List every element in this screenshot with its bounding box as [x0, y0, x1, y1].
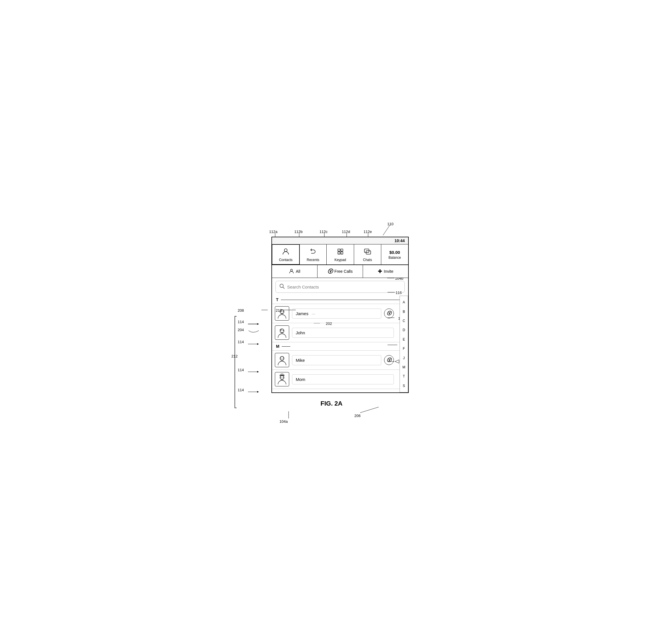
ref-206: 206	[355, 414, 361, 418]
contact-row-james[interactable]: James — Ⓥ	[272, 304, 408, 323]
ref-114b: 114	[238, 340, 244, 344]
ref-112b: 112b	[294, 229, 303, 234]
avatar-john	[275, 326, 289, 340]
alpha-c[interactable]: C	[403, 319, 405, 323]
filter-free-calls[interactable]: Ⓥ Free Calls	[318, 265, 363, 277]
tab-keypad-label: Keypad	[334, 258, 346, 262]
avatar-james	[275, 306, 289, 320]
alpha-t[interactable]: T	[403, 374, 405, 378]
filter-free-calls-icon: Ⓥ	[327, 268, 333, 275]
svg-point-40	[283, 330, 284, 331]
tab-chats-label: Chats	[363, 258, 372, 262]
avatar-mike	[275, 353, 289, 367]
alpha-d[interactable]: D	[403, 328, 405, 332]
svg-point-32	[291, 269, 293, 271]
alpha-a[interactable]: A	[403, 300, 405, 304]
alphabet-index[interactable]: A B C D E F J M T S	[399, 296, 408, 393]
ref-114a: 114	[238, 320, 244, 324]
ref-110: 110	[387, 222, 393, 226]
alpha-m[interactable]: M	[403, 365, 405, 369]
svg-line-34	[283, 287, 284, 289]
svg-point-36	[280, 311, 281, 312]
alpha-s[interactable]: S	[403, 384, 405, 388]
tab-contacts-label: Contacts	[279, 258, 292, 262]
section-letter-m: M	[276, 344, 279, 349]
svg-point-21	[284, 249, 287, 251]
ref-212: 212	[231, 354, 238, 358]
ref-114d: 114	[238, 388, 244, 392]
contact-row-mom[interactable]: Mom	[272, 370, 408, 389]
tab-balance-label: Balance	[388, 256, 401, 260]
ref-112a: 112a	[269, 229, 277, 234]
ref-114c: 114	[238, 368, 244, 372]
nav-tabs: Contacts Recents 1	[272, 244, 408, 265]
balance-value: $0.00	[389, 250, 400, 254]
section-divider-m	[282, 346, 290, 347]
svg-point-46	[283, 377, 284, 378]
svg-point-39	[280, 330, 281, 331]
filter-all-icon	[289, 268, 294, 274]
contact-list: T James — Ⓥ	[272, 296, 408, 393]
recents-icon	[309, 248, 317, 257]
ref-112c: 112c	[319, 229, 327, 234]
figure-caption: FIG. 2A	[249, 400, 414, 407]
filter-all-label: All	[296, 269, 300, 274]
search-icon	[279, 283, 285, 290]
ref-204: 204	[238, 328, 244, 332]
tab-chats[interactable]: Chats	[354, 244, 381, 264]
viber-icon-mike[interactable]: Ⓥ	[384, 355, 394, 365]
page-wrapper: 110 112a 112b 112c 112d 112e 104b 116 20…	[231, 214, 432, 430]
filter-all[interactable]: All	[272, 265, 318, 277]
contact-row-john[interactable]: John	[272, 323, 408, 342]
svg-line-19	[360, 407, 379, 413]
name-label-james: James	[296, 311, 308, 316]
list-bottom-padding	[272, 389, 408, 393]
contact-name-mom: Mom	[292, 374, 394, 384]
keypad-icon: 1 2 3 4	[336, 248, 344, 257]
search-input[interactable]	[287, 285, 401, 289]
tab-balance[interactable]: $0.00 Balance	[381, 244, 408, 264]
svg-point-37	[283, 311, 284, 312]
ref-104a: 104a	[279, 419, 288, 424]
name-label-mom: Mom	[296, 377, 305, 382]
svg-point-45	[280, 377, 281, 378]
tab-contacts[interactable]: Contacts	[272, 244, 300, 265]
name-label-john: John	[296, 330, 305, 335]
section-letter-t: T	[276, 297, 279, 302]
contact-name-john: John	[292, 328, 394, 338]
tab-recents-label: Recents	[306, 258, 319, 262]
filter-tabs: All Ⓥ Free Calls ✚ Invite	[272, 265, 408, 278]
phone-frame: 10:44 Contacts Re	[271, 237, 409, 393]
avatar-mom	[275, 372, 289, 386]
contact-name-james: James —	[292, 309, 381, 318]
svg-line-0	[383, 225, 390, 235]
tab-keypad[interactable]: 1 2 3 4 Keypad	[327, 244, 354, 264]
contacts-icon	[282, 248, 290, 257]
tab-recents[interactable]: Recents	[299, 244, 327, 264]
chats-icon	[364, 248, 371, 257]
ref-208: 208	[238, 308, 244, 313]
search-bar[interactable]	[275, 281, 405, 293]
filter-invite-label: Invite	[384, 269, 393, 274]
contact-name-mike: Mike	[292, 355, 381, 365]
alpha-b[interactable]: B	[403, 310, 405, 314]
ref-112d: 112d	[342, 229, 350, 234]
ref-112e: 112e	[364, 229, 372, 234]
alpha-f[interactable]: F	[403, 347, 405, 351]
section-header-m: M	[272, 342, 408, 351]
svg-point-43	[283, 358, 284, 359]
alpha-e[interactable]: E	[403, 337, 405, 341]
alpha-j[interactable]: J	[403, 356, 405, 360]
section-header-t: T	[272, 296, 408, 304]
ref-202-inline: —	[312, 312, 315, 316]
filter-invite[interactable]: ✚ Invite	[363, 265, 408, 277]
contact-row-mike[interactable]: Mike Ⓥ	[272, 351, 408, 370]
status-bar: 10:44	[272, 237, 408, 244]
viber-icon-james[interactable]: Ⓥ	[384, 309, 394, 318]
name-label-mike: Mike	[296, 358, 305, 363]
filter-free-calls-label: Free Calls	[334, 269, 353, 274]
svg-point-42	[280, 358, 281, 359]
status-time: 10:44	[394, 239, 405, 243]
filter-invite-icon: ✚	[378, 268, 382, 274]
